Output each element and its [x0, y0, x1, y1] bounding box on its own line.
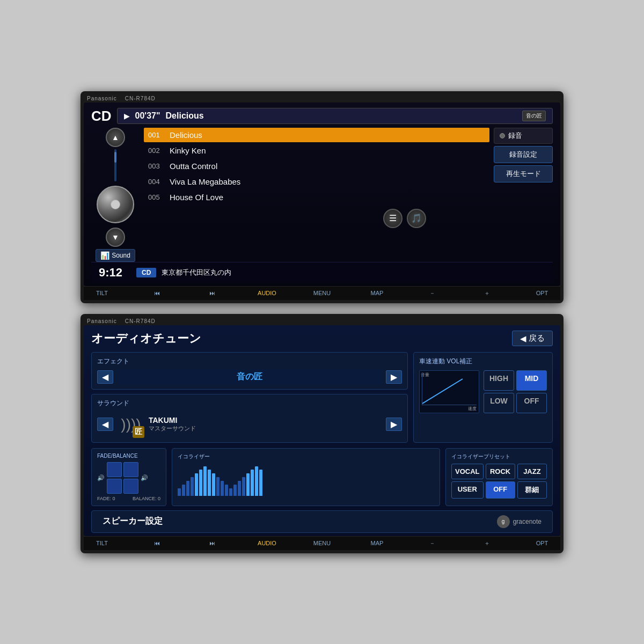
cd-left-controls: ▲ ▼ 📊 Sound — [91, 128, 140, 262]
speed-vol-title: 車速連動 VOL補正 — [419, 357, 547, 366]
mid-speed-button[interactable]: MID — [516, 370, 547, 391]
eq-bar-3[interactable] — [191, 477, 194, 495]
eq-bar-17[interactable] — [251, 470, 254, 495]
back-button[interactable]: ◀ 戻る — [512, 331, 553, 346]
fade-cell-3[interactable] — [107, 479, 122, 494]
prev-button[interactable]: ⏮ — [147, 290, 168, 296]
audio-button[interactable]: AUDIO — [257, 290, 278, 296]
off-speed-button[interactable]: OFF — [516, 393, 547, 413]
surround-next-button[interactable]: ▶ — [386, 418, 402, 431]
minus-button[interactable]: － — [421, 289, 443, 297]
scroll-up-button[interactable]: ▲ — [106, 128, 125, 147]
effect-prev-button[interactable]: ◀ — [97, 370, 113, 384]
rec-dot-icon — [500, 133, 505, 138]
fade-cell-4[interactable] — [123, 479, 138, 494]
otaku-badge: 音の匠 — [522, 111, 546, 121]
eq-bar-19[interactable] — [259, 470, 262, 495]
eq-bar-4[interactable] — [195, 473, 198, 495]
track-item[interactable]: 002 Kinky Ken — [144, 143, 489, 158]
eq-bar-12[interactable] — [229, 488, 232, 496]
eq-bar-9[interactable] — [216, 477, 219, 495]
surround-prev-button[interactable]: ◀ — [97, 418, 113, 431]
eq-bar-16[interactable] — [246, 473, 250, 495]
speaker-bar[interactable]: スピーカー設定 g gracenote — [91, 510, 553, 533]
eq-bar-7[interactable] — [208, 470, 211, 495]
menu-button[interactable]: MENU — [311, 290, 333, 296]
play-icon: ▶ — [124, 112, 130, 120]
user-preset-button[interactable]: USER — [451, 481, 484, 499]
vocal-preset-button[interactable]: VOCAL — [451, 464, 484, 479]
map-button[interactable]: MAP — [367, 290, 388, 296]
fade-labels: FADE: 0 BALANCE: 0 — [97, 496, 160, 501]
scroll-down-button[interactable]: ▼ — [106, 228, 125, 247]
eq-bar-13[interactable] — [233, 485, 237, 496]
now-playing-bar: ▶ 00'37" Delicious 音の匠 — [117, 108, 553, 124]
fade-cell-2[interactable] — [123, 462, 138, 477]
cd-bottom-icons: ☰ 🎵 — [144, 209, 489, 228]
detail-preset-button[interactable]: 群細 — [517, 481, 547, 499]
eq-bar-1[interactable] — [182, 485, 185, 496]
surround-label: サラウンド — [97, 399, 402, 408]
eq-bar-18[interactable] — [255, 466, 258, 496]
effect-next-button[interactable]: ▶ — [386, 370, 402, 384]
eq-bar-14[interactable] — [238, 481, 241, 496]
speaker-left-icon: 🔊 — [97, 474, 105, 481]
track-item[interactable]: 001 Delicious — [144, 128, 489, 142]
bottom-opt-button[interactable]: OPT — [531, 540, 553, 546]
eq-bar-0[interactable] — [178, 488, 181, 496]
cd-main: ▲ ▼ 📊 Sound 001 Deli — [91, 128, 553, 262]
record-settings-button[interactable]: 録音設定 — [494, 146, 553, 163]
bottom-minus-button[interactable]: － — [421, 539, 443, 547]
bottom-audio-button[interactable]: AUDIO — [257, 540, 278, 546]
opt-button[interactable]: OPT — [531, 290, 553, 296]
high-speed-button[interactable]: HIGH — [484, 370, 514, 391]
eq-bar-11[interactable] — [225, 485, 228, 496]
track-title: House Of Love — [170, 193, 485, 202]
track-item[interactable]: 003 Outta Control — [144, 159, 489, 173]
rock-preset-button[interactable]: ROCK — [486, 464, 515, 479]
track-num: 003 — [148, 162, 165, 170]
bottom-plus-button[interactable]: ＋ — [477, 539, 498, 547]
track-num: 004 — [148, 178, 165, 186]
audio-left-panel: エフェクト ◀ 音の匠 ▶ サラウンド ◀ )))) 匠 — [91, 352, 408, 443]
off-preset-button[interactable]: OFF — [486, 481, 515, 499]
eq-bar-2[interactable] — [186, 481, 189, 496]
low-speed-button[interactable]: LOW — [484, 393, 514, 413]
eq-bar-6[interactable] — [203, 466, 207, 496]
clock-display: 9:12 — [99, 266, 131, 280]
gracenote-badge: g gracenote — [497, 515, 541, 528]
cd-disc-visual — [97, 186, 134, 223]
track-item[interactable]: 005 House Of Love — [144, 190, 489, 204]
next-button[interactable]: ⏭ — [201, 290, 223, 296]
scroll-track — [114, 149, 116, 181]
track-title: Delicious — [170, 130, 485, 140]
top-unit: Panasonic CN-R784D CD ▶ 00'37" Delicious… — [80, 91, 564, 303]
speed-graph-line — [422, 378, 465, 405]
sound-button[interactable]: 📊 Sound — [96, 249, 135, 262]
bottom-next-button[interactable]: ⏭ — [201, 540, 223, 546]
eq-bar-15[interactable] — [242, 477, 245, 495]
bottom-menu-button[interactable]: MENU — [311, 540, 333, 546]
bottom-unit: Panasonic CN-R784D オーディオチューン ◀ 戻る エフェクト … — [80, 314, 564, 553]
fade-cell-1[interactable] — [107, 462, 122, 477]
bottom-tilt-button[interactable]: TILT — [91, 540, 113, 546]
eq-bar-5[interactable] — [199, 470, 202, 495]
eq-bar-8[interactable] — [212, 473, 215, 495]
source-badge: CD — [136, 268, 156, 277]
surround-sub: マスターサウンド — [149, 425, 382, 433]
bottom-prev-button[interactable]: ⏮ — [147, 540, 168, 546]
eq-bar-10[interactable] — [221, 481, 224, 496]
play-mode-button[interactable]: 再生モード — [494, 165, 553, 182]
cd-screen: CD ▶ 00'37" Delicious 音の匠 ▲ — [84, 103, 560, 286]
bottom-map-button[interactable]: MAP — [367, 540, 388, 546]
tilt-button[interactable]: TILT — [91, 290, 113, 296]
bottom-control-bar: TILT ⏮ ⏭ AUDIO MENU MAP － ＋ OPT — [84, 536, 560, 550]
record-button[interactable]: 録音 — [494, 128, 553, 144]
surround-name: TAKUMI — [149, 416, 382, 425]
list-icon-button[interactable]: ☰ — [383, 209, 402, 228]
jazz-preset-button[interactable]: JAZZ — [517, 464, 547, 479]
plus-button[interactable]: ＋ — [477, 289, 498, 297]
track-item[interactable]: 004 Viva La Megababes — [144, 174, 489, 189]
music-icon-button[interactable]: 🎵 — [407, 209, 426, 228]
now-playing-track: Delicious — [166, 111, 517, 121]
